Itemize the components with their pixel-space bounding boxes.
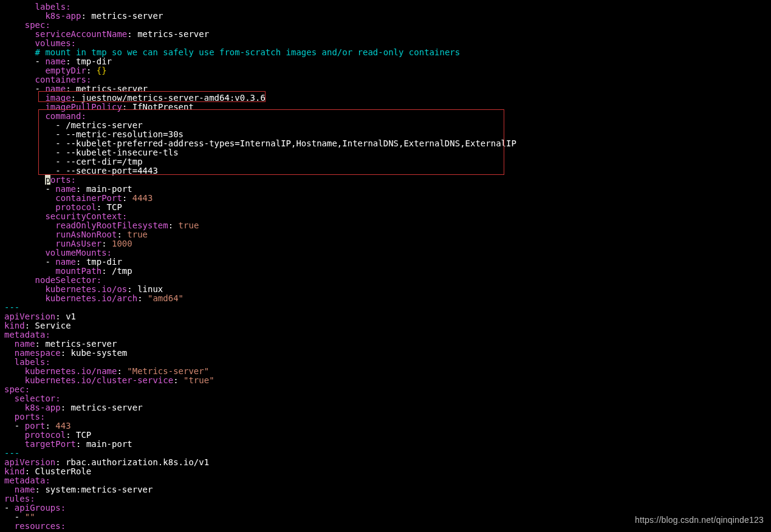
code-line[interactable]: protocol: TCP: [4, 431, 516, 440]
code-line[interactable]: apiVersion: v1: [4, 312, 516, 321]
code-line[interactable]: - name: main-port: [4, 185, 516, 194]
code-line[interactable]: apiVersion: rbac.authorization.k8s.io/v1: [4, 458, 516, 467]
code-line[interactable]: - "": [4, 513, 516, 522]
code-line[interactable]: runAsUser: 1000: [4, 239, 516, 248]
code-line[interactable]: ports:: [4, 412, 516, 421]
code-line[interactable]: namespace: kube-system: [4, 349, 516, 358]
code-line[interactable]: ports:: [4, 176, 516, 185]
code-line[interactable]: nodeSelector:: [4, 276, 516, 285]
code-line[interactable]: kubernetes.io/os: linux: [4, 285, 516, 294]
yaml-editor[interactable]: labels: k8s-app: metrics-server spec: se…: [4, 2, 516, 531]
code-line[interactable]: selector:: [4, 394, 516, 403]
code-line[interactable]: emptyDir: {}: [4, 66, 516, 75]
code-line[interactable]: kind: ClusterRole: [4, 467, 516, 476]
code-line[interactable]: - apiGroups:: [4, 503, 516, 513]
code-line[interactable]: kind: Service: [4, 321, 516, 330]
code-line[interactable]: - name: tmp-dir: [4, 257, 516, 267]
code-line[interactable]: metadata:: [4, 330, 516, 339]
highlight-box-command: [38, 109, 504, 175]
code-line[interactable]: rules:: [4, 494, 516, 503]
code-line[interactable]: protocol: TCP: [4, 203, 516, 212]
code-line[interactable]: name: system:metrics-server: [4, 485, 516, 494]
code-line[interactable]: metadata:: [4, 476, 516, 485]
code-line[interactable]: k8s-app: metrics-server: [4, 12, 516, 21]
code-line[interactable]: kubernetes.io/name: "Metrics-server": [4, 367, 516, 376]
code-line[interactable]: spec:: [4, 385, 516, 394]
code-line[interactable]: k8s-app: metrics-server: [4, 403, 516, 412]
code-line[interactable]: spec:: [4, 21, 516, 30]
code-line[interactable]: targetPort: main-port: [4, 440, 516, 449]
code-line[interactable]: containerPort: 4443: [4, 194, 516, 203]
code-line[interactable]: labels:: [4, 358, 516, 367]
code-line[interactable]: name: metrics-server: [4, 339, 516, 349]
code-line[interactable]: volumes:: [4, 39, 516, 48]
code-line[interactable]: labels:: [4, 2, 516, 12]
highlight-box-image: [38, 91, 266, 102]
code-line[interactable]: runAsNonRoot: true: [4, 230, 516, 239]
code-line[interactable]: readOnlyRootFilesystem: true: [4, 221, 516, 230]
code-line[interactable]: kubernetes.io/arch: "amd64": [4, 294, 516, 303]
csdn-watermark: https://blog.csdn.net/qinqinde123: [635, 516, 764, 525]
code-line[interactable]: volumeMounts:: [4, 248, 516, 257]
code-line[interactable]: securityContext:: [4, 212, 516, 221]
code-line[interactable]: kubernetes.io/cluster-service: "true": [4, 376, 516, 385]
code-line[interactable]: mountPath: /tmp: [4, 267, 516, 276]
code-line[interactable]: resources:: [4, 522, 516, 531]
code-line[interactable]: # mount in tmp so we can safely use from…: [4, 48, 516, 57]
code-line[interactable]: serviceAccountName: metrics-server: [4, 30, 516, 39]
code-content[interactable]: labels: k8s-app: metrics-server spec: se…: [4, 2, 516, 531]
code-line[interactable]: ---: [4, 303, 516, 312]
code-line[interactable]: ---: [4, 449, 516, 458]
code-line[interactable]: containers:: [4, 75, 516, 84]
code-line[interactable]: - port: 443: [4, 421, 516, 431]
code-line[interactable]: - name: tmp-dir: [4, 57, 516, 66]
